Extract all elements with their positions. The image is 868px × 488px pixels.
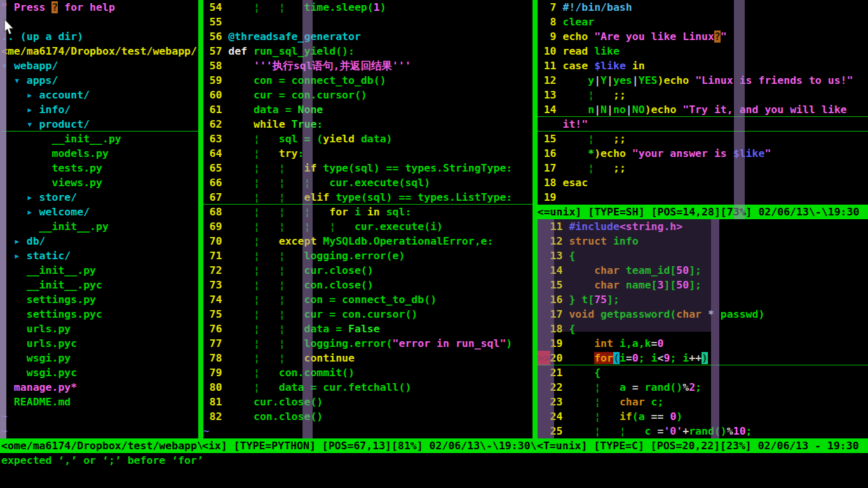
bash-code-line[interactable]: 7#!/bin/bash xyxy=(538,0,868,15)
tree-item[interactable]: __init__.py xyxy=(1,263,198,278)
c-code-line[interactable]: 13{ xyxy=(538,248,868,263)
window-separator[interactable] xyxy=(532,0,538,438)
nerdtree-file-explorer-pane[interactable]: " Press ? for help.. (up a dir)<me/ma617… xyxy=(0,0,198,438)
c-code-line[interactable]: 19 int i,a,k=0 xyxy=(538,336,868,351)
bash-code-line[interactable]: 14 n|N|no|NO)echo "Try it, and you will … xyxy=(538,102,868,117)
bash-code-line[interactable]: 17 ¦ ;; xyxy=(538,161,868,175)
c-code-line[interactable]: 25 ¦ ¦ c ='0'+rand()%10; xyxy=(538,424,868,438)
c-code-line[interactable]: 22 ¦ a = rand()%2; xyxy=(538,380,868,395)
tree-item[interactable]: settings.pyc xyxy=(1,307,198,322)
bash-code-line[interactable]: 11case $like in xyxy=(538,58,868,73)
python-code-line[interactable]: 76 ¦ ¦ data = False xyxy=(203,322,532,336)
c-code-line[interactable]: 12struct info xyxy=(538,234,868,248)
c-code-line[interactable]: >>20 for(i=0; i<9; i++) xyxy=(538,351,868,365)
tree-item[interactable]: README.md xyxy=(1,395,198,409)
python-code-line[interactable]: 68 ¦ ¦ ¦ for i in sql: xyxy=(203,205,532,219)
python-code-line[interactable]: 58 '''执行sql语句,并返回结果''' xyxy=(203,58,532,73)
tree-item[interactable]: views.py xyxy=(1,175,198,190)
tree-item[interactable]: wsgi.pyc xyxy=(1,365,198,380)
python-code-line[interactable]: 57def run_sql_yield(): xyxy=(203,44,532,58)
c-code-line[interactable]: 11#include<string.h> xyxy=(538,219,868,234)
bash-code-line[interactable]: 9echo "Are you like Linux?" xyxy=(538,29,868,44)
bash-code-line[interactable]: 8clear xyxy=(538,15,868,29)
tree-item[interactable]: ▾ apps/ xyxy=(1,73,198,88)
c-code-line[interactable]: 14 char team_id[50]; xyxy=(538,263,868,278)
bash-editor-pane[interactable]: 7#!/bin/bash8clear9echo "Are you like Li… xyxy=(538,0,868,205)
tree-item[interactable]: models.py xyxy=(1,146,198,161)
tree-item[interactable]: ▸ info/ xyxy=(1,102,198,117)
tree-item[interactable]: settings.py xyxy=(1,292,198,307)
tree-item[interactable]: tests.py xyxy=(1,161,198,175)
python-code-line[interactable]: 54 ¦ ¦ time.sleep(1) xyxy=(203,0,532,15)
bash-code-line[interactable]: 16 *)echo "your answer is $like" xyxy=(538,146,868,161)
window-separator[interactable] xyxy=(198,0,203,438)
tree-item[interactable]: urls.py xyxy=(1,322,198,336)
tree-item[interactable]: ▸ static/ xyxy=(1,248,198,263)
bash-code-line[interactable]: 10read like xyxy=(538,44,868,58)
python-code-line[interactable]: 65 ¦ ¦ if type(sql) == types.StringType: xyxy=(203,161,532,175)
python-code-line[interactable]: 79 ¦ con.commit() xyxy=(203,365,532,380)
python-code-line[interactable]: ~ xyxy=(203,424,532,438)
tree-item[interactable]: ▾ webapp/ xyxy=(1,58,198,73)
python-code-line[interactable]: 66 ¦ ¦ ¦ cur.execute(sql) xyxy=(203,175,532,190)
python-code-line[interactable]: 63 ¦ sql = (yield data) xyxy=(203,132,532,146)
python-editor-pane[interactable]: 54 ¦ ¦ time.sleep(1)5556@threadsafe_gene… xyxy=(203,0,532,438)
tree-item[interactable]: __init__.py xyxy=(1,132,198,146)
python-code-line[interactable]: 60 cur = con.cursor() xyxy=(203,88,532,102)
c-code-line[interactable]: 23 ¦ char c; xyxy=(538,395,868,409)
python-code-line[interactable]: 67 ¦ ¦ elif type(sql) == types.ListType: xyxy=(203,190,532,205)
tree-item[interactable]: ▸ account/ xyxy=(1,88,198,102)
python-code-line[interactable]: 77 ¦ ¦ logging.error("error in run_sql") xyxy=(203,336,532,351)
c-code-line[interactable]: 17void getpassword(char * passwd) xyxy=(538,307,868,322)
line-number: 17 xyxy=(550,307,563,322)
python-code-line[interactable]: 72 ¦ ¦ cur.close() xyxy=(203,263,532,278)
python-code-line[interactable]: 78 ¦ ¦ continue xyxy=(203,351,532,365)
python-code-line[interactable]: 69 ¦ ¦ ¦ ¦ cur.execute(i) xyxy=(203,219,532,234)
python-code-line[interactable]: 73 ¦ ¦ con.close() xyxy=(203,278,532,292)
python-code-line[interactable]: 82 con.close() xyxy=(203,409,532,424)
tree-item[interactable]: <me/ma6174/Dropbox/test/webapp/ xyxy=(1,44,198,58)
c-code-line[interactable]: 24 ¦ if(a == 0) xyxy=(538,409,868,424)
tree-item[interactable]: manage.py* xyxy=(1,380,198,395)
tree-item[interactable] xyxy=(1,15,198,29)
tree-item[interactable]: ~ xyxy=(1,424,198,438)
bash-code-line[interactable]: 13 ¦ ;; xyxy=(538,88,868,102)
c-code-line[interactable]: 18{ xyxy=(538,322,868,336)
bash-code-line[interactable]: 18esac xyxy=(538,175,868,190)
bash-code-line[interactable]: it!" xyxy=(538,117,868,132)
tree-item[interactable]: ▸ welcome/ xyxy=(1,205,198,219)
c-editor-pane[interactable]: 11#include<string.h> 12struct info 13{ 1… xyxy=(538,219,868,438)
line-number: 12 xyxy=(550,234,563,248)
tree-item[interactable]: ▾ product/ xyxy=(1,117,198,132)
line-number: 73 xyxy=(203,278,222,292)
python-code-line[interactable]: 81 cur.close() xyxy=(203,395,532,409)
c-code-line[interactable]: 16} t[75]; xyxy=(538,292,868,307)
python-code-line[interactable]: 80 ¦ data = cur.fetchall() xyxy=(203,380,532,395)
tree-item[interactable]: __init__.py xyxy=(1,219,198,234)
python-code-line[interactable]: 62 while True: xyxy=(203,117,532,132)
line-number: 81 xyxy=(203,395,222,409)
python-code-line[interactable]: 55 xyxy=(203,15,532,29)
python-code-line[interactable]: 74 ¦ ¦ con = connect_to_db() xyxy=(203,292,532,307)
line-number: 77 xyxy=(203,336,222,351)
python-code-line[interactable]: 71 ¦ ¦ logging.error(e) xyxy=(203,248,532,263)
tree-item[interactable]: wsgi.py xyxy=(1,351,198,365)
tree-item[interactable]: ~ xyxy=(1,409,198,424)
tree-item[interactable]: urls.pyc xyxy=(1,336,198,351)
bash-code-line[interactable]: 19 xyxy=(538,190,868,205)
bash-code-line[interactable]: 12 y|Y|yes|YES)echo "Linux is friends to… xyxy=(538,73,868,88)
tree-item[interactable]: " Press ? for help xyxy=(1,0,198,15)
c-code-line[interactable]: 21 { xyxy=(538,365,868,380)
bash-code-line[interactable]: 15 ¦ ;; xyxy=(538,132,868,146)
python-code-line[interactable]: 59 con = connect_to_db() xyxy=(203,73,532,88)
python-code-line[interactable]: 61 data = None xyxy=(203,102,532,117)
python-code-line[interactable]: 75 ¦ ¦ cur = con.cursor() xyxy=(203,307,532,322)
tree-item[interactable]: ▸ store/ xyxy=(1,190,198,205)
tree-item[interactable]: .. (up a dir) xyxy=(1,29,198,44)
tree-item[interactable]: __init__.pyc xyxy=(1,278,198,292)
python-code-line[interactable]: 70 ¦ except MySQLdb.OperationalError,e: xyxy=(203,234,532,248)
python-code-line[interactable]: 64 ¦ try: xyxy=(203,146,532,161)
tree-item[interactable]: ▸ db/ xyxy=(1,234,198,248)
python-code-line[interactable]: 56@threadsafe_generator xyxy=(203,29,532,44)
c-code-line[interactable]: 15 char name[3][50]; xyxy=(538,278,868,292)
